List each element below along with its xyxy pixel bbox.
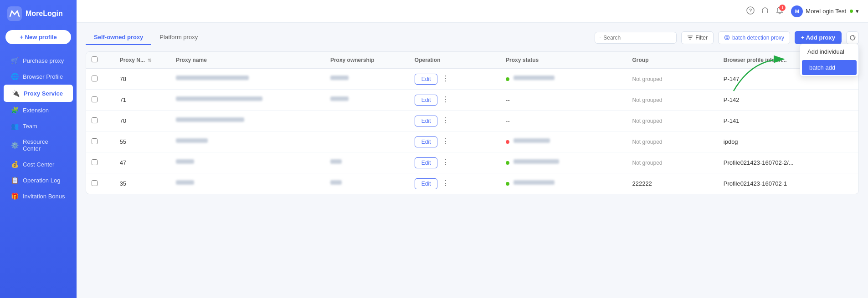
proxy-name-cell [170,90,325,111]
content-area: Self-owned proxy Platform proxy Filter b… [77,23,868,298]
sidebar-item-operation-log[interactable]: 📋 Operation Log [4,172,73,188]
row-checkbox-cell [86,90,114,111]
operation-cell: Edit ⋮ [409,152,500,173]
proxy-table-container: Proxy N... ⇅ Proxy name Proxy ownership … [86,51,859,194]
more-options-button[interactable]: ⋮ [439,136,452,146]
more-options-button[interactable]: ⋮ [439,94,452,105]
group-header: Group [627,52,718,69]
extension-icon: 🧩 [11,106,18,114]
more-options-button[interactable]: ⋮ [439,73,452,84]
proxy-number-cell: 55 [114,131,170,152]
proxy-table: Proxy N... ⇅ Proxy name Proxy ownership … [86,52,858,194]
group-cell: Not grouped [627,131,718,152]
search-icon [600,35,601,40]
user-avatar: M [791,5,803,17]
group-cell: Not grouped [627,152,718,173]
refresh-icon [849,35,856,41]
operation-cell: Edit ⋮ [409,69,500,90]
table-row: 55 Edit ⋮ Not grouped [86,131,858,152]
sidebar-item-proxy-service[interactable]: 🔌 Proxy Service [4,85,73,102]
tabs-bar: Self-owned proxy Platform proxy Filter b… [86,30,859,45]
filter-icon [687,35,693,40]
table-row: 70 Edit ⋮ -- Not grouped P-141 [86,111,858,131]
row-checkbox[interactable] [92,180,98,186]
refresh-button[interactable] [846,31,859,44]
row-checkbox[interactable] [92,76,98,81]
edit-button[interactable]: Edit [415,74,438,85]
row-checkbox-cell [86,173,114,194]
row-checkbox[interactable] [92,159,98,165]
edit-button[interactable]: Edit [415,157,438,168]
select-all-checkbox[interactable] [92,56,98,62]
batch-detection-button[interactable]: batch detection proxy [718,31,790,44]
status-cell [500,152,627,173]
svg-point-11 [726,37,728,39]
row-checkbox[interactable] [92,138,98,144]
tab-actions: Filter batch detection proxy + Add proxy [595,31,859,44]
more-options-button[interactable]: ⋮ [439,178,452,188]
proxy-name-cell [170,173,325,194]
proxy-status-header: Proxy status [500,52,627,69]
online-status-dot [850,10,853,13]
svg-text:?: ? [749,8,752,13]
tab-self-owned-proxy[interactable]: Self-owned proxy [86,30,151,45]
sidebar-item-purchase-proxy[interactable]: 🛒 Purchase proxy [4,53,73,68]
svg-rect-3 [762,10,763,13]
status-blurred [514,180,555,185]
group-cell: Not grouped [627,90,718,111]
status-cell: -- [500,111,627,131]
headset-icon[interactable] [761,6,769,16]
edit-button[interactable]: Edit [415,95,438,106]
resource-icon: ⚙️ [11,141,18,149]
user-menu[interactable]: M MoreLogin Test ▾ [791,5,859,17]
sidebar-item-invitation-bonus[interactable]: 🎁 Invitation Bonus [4,188,73,204]
row-checkbox-cell [86,131,114,152]
more-options-button[interactable]: ⋮ [439,157,452,167]
proxy-icon: 🔌 [12,90,19,97]
table-header-row: Proxy N... ⇅ Proxy name Proxy ownership … [86,52,858,69]
ownership-cell [325,69,409,90]
notification-icon[interactable]: 1 [776,6,784,16]
sidebar-item-cost-center[interactable]: 💰 Cost Center [4,157,73,172]
row-checkbox-cell [86,152,114,173]
select-all-col [86,52,114,69]
edit-button[interactable]: Edit [415,116,438,126]
row-checkbox[interactable] [92,96,98,102]
new-profile-button[interactable]: + New profile [5,30,71,44]
ownership-blurred [330,180,342,185]
svg-line-6 [601,38,601,38]
filter-button[interactable]: Filter [681,31,714,44]
bonus-icon: 🎁 [11,192,18,200]
help-icon[interactable]: ? [746,6,755,16]
browser-info-cell: P-142 [718,90,858,111]
more-options-button[interactable]: ⋮ [439,115,452,126]
proxy-number-cell: 70 [114,111,170,131]
row-checkbox[interactable] [92,117,98,123]
proxy-name-blurred [176,180,194,185]
status-blurred [514,76,555,80]
edit-button[interactable]: Edit [415,136,438,147]
radar-icon [724,35,730,40]
topbar: ? 1 M MoreLogin Test ▾ [77,0,868,23]
team-icon: 👥 [11,122,18,130]
add-proxy-dropdown: Add individual batch add [800,44,859,76]
edit-button[interactable]: Edit [415,178,438,189]
browser-info-cell: Profile021423-160702-2/... [718,152,858,173]
proxy-name-blurred [176,159,194,164]
sidebar-item-extension[interactable]: 🧩 Extension [4,102,73,118]
batch-add-item[interactable]: batch add [802,60,857,75]
search-box[interactable] [595,32,677,44]
logo: MoreLogin [0,0,77,27]
tab-platform-proxy[interactable]: Platform proxy [151,30,206,45]
proxy-name-blurred [176,117,244,122]
proxy-number-cell: 47 [114,152,170,173]
add-individual-item[interactable]: Add individual [800,44,858,59]
ownership-cell [325,152,409,173]
sidebar-item-team[interactable]: 👥 Team [4,118,73,134]
table-row: 47 Edit ⋮ [86,152,858,173]
proxy-name-blurred [176,76,249,80]
sidebar-item-resource-center[interactable]: ⚙️ Resource Center [4,134,73,156]
sidebar-item-browser-profile[interactable]: 🌐 Browser Profile [4,69,73,84]
search-input[interactable] [603,35,672,41]
add-proxy-button[interactable]: + Add proxy [795,31,842,44]
